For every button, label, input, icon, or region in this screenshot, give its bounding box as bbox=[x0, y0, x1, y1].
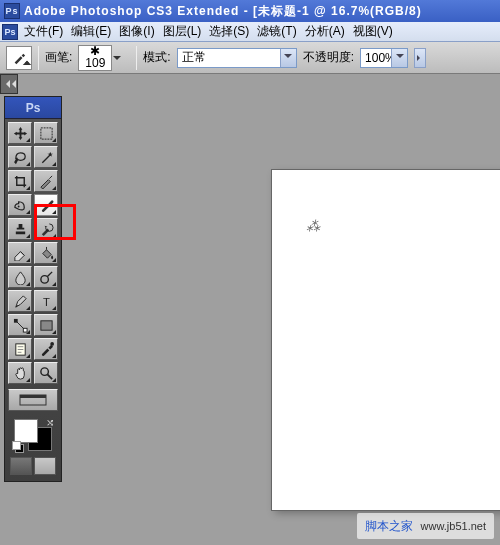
dodge-tool[interactable] bbox=[34, 266, 58, 288]
blur-tool[interactable] bbox=[8, 266, 32, 288]
divider bbox=[136, 46, 137, 70]
slice-tool[interactable] bbox=[34, 170, 58, 192]
zoom-tool[interactable] bbox=[34, 362, 58, 384]
menu-analysis[interactable]: 分析(A) bbox=[301, 21, 349, 42]
app-icon-small: Ps bbox=[2, 24, 18, 40]
divider bbox=[38, 46, 39, 70]
svg-rect-0 bbox=[40, 127, 51, 138]
svg-rect-7 bbox=[40, 320, 51, 329]
svg-point-1 bbox=[17, 205, 19, 207]
panel-collapse-tab[interactable] bbox=[0, 74, 18, 94]
menu-image[interactable]: 图像(I) bbox=[115, 21, 158, 42]
brush-size-value: 109 bbox=[85, 56, 105, 70]
svg-rect-12 bbox=[20, 395, 46, 398]
brush-shape-icon: ✱ bbox=[90, 46, 100, 56]
swap-colors-icon[interactable]: ⤭ bbox=[46, 417, 54, 428]
eyedropper-tool[interactable] bbox=[34, 338, 58, 360]
eraser-tool[interactable] bbox=[8, 242, 32, 264]
title-bar: Ps Adobe Photoshop CS3 Extended - [未标题-1… bbox=[0, 0, 500, 22]
tool-preset-picker[interactable] bbox=[6, 46, 32, 70]
brush-label: 画笔: bbox=[45, 49, 72, 66]
chevron-down-icon bbox=[280, 49, 296, 67]
svg-rect-5 bbox=[13, 318, 17, 322]
svg-point-9 bbox=[50, 342, 54, 346]
chevron-down-icon bbox=[391, 49, 407, 67]
history-brush-tool[interactable] bbox=[34, 218, 58, 240]
lasso-tool[interactable] bbox=[8, 146, 32, 168]
standard-mode-button[interactable] bbox=[10, 457, 32, 475]
crop-tool[interactable] bbox=[8, 170, 32, 192]
clone-stamp-tool[interactable] bbox=[8, 218, 32, 240]
svg-point-10 bbox=[40, 367, 48, 375]
menu-layer[interactable]: 图层(L) bbox=[159, 21, 206, 42]
brush-preset-picker[interactable]: ✱ 109 bbox=[78, 45, 112, 71]
foreground-color-swatch[interactable] bbox=[14, 419, 38, 443]
menu-file[interactable]: 文件(F) bbox=[20, 21, 67, 42]
healing-brush-tool[interactable] bbox=[8, 194, 32, 216]
magic-wand-tool[interactable] bbox=[34, 146, 58, 168]
hand-tool[interactable] bbox=[8, 362, 32, 384]
type-tool[interactable]: T bbox=[34, 290, 58, 312]
brush-tool[interactable] bbox=[34, 194, 58, 216]
color-swatches[interactable]: ⤭ bbox=[12, 417, 54, 453]
brush-cursor-icon: ⁂ bbox=[306, 218, 320, 234]
notes-tool[interactable] bbox=[8, 338, 32, 360]
watermark-text: 脚本之家 bbox=[365, 519, 413, 533]
rectangular-marquee-tool[interactable] bbox=[34, 122, 58, 144]
move-tool[interactable] bbox=[8, 122, 32, 144]
path-selection-tool[interactable] bbox=[8, 314, 32, 336]
document-canvas[interactable]: ⁂ bbox=[272, 170, 500, 510]
svg-point-3 bbox=[40, 275, 48, 283]
pen-tool[interactable] bbox=[8, 290, 32, 312]
menu-edit[interactable]: 编辑(E) bbox=[67, 21, 115, 42]
menu-select[interactable]: 选择(S) bbox=[205, 21, 253, 42]
rectangle-tool[interactable] bbox=[34, 314, 58, 336]
toolbox-header[interactable]: Ps bbox=[5, 97, 61, 119]
quickmask-mode-button[interactable] bbox=[34, 457, 56, 475]
menu-view[interactable]: 视图(V) bbox=[349, 21, 397, 42]
default-colors-icon[interactable] bbox=[12, 441, 24, 453]
svg-text:T: T bbox=[43, 296, 50, 308]
watermark-url: www.jb51.net bbox=[421, 520, 486, 532]
window-title: Adobe Photoshop CS3 Extended - [未标题-1 @ … bbox=[24, 3, 422, 20]
menu-bar: Ps 文件(F) 编辑(E) 图像(I) 图层(L) 选择(S) 滤镜(T) 分… bbox=[0, 22, 500, 42]
app-icon: Ps bbox=[4, 3, 20, 19]
opacity-input[interactable]: 100% bbox=[360, 48, 408, 68]
opacity-flyout-button[interactable] bbox=[414, 48, 426, 68]
screen-mode-button[interactable] bbox=[8, 389, 58, 411]
options-bar: 画笔: ✱ 109 模式: 正常 不透明度: 100% bbox=[0, 42, 500, 74]
blend-mode-value: 正常 bbox=[182, 49, 206, 66]
toolbox: Ps T ⤭ bbox=[4, 96, 62, 482]
mode-label: 模式: bbox=[143, 49, 170, 66]
paint-bucket-tool[interactable] bbox=[34, 242, 58, 264]
watermark: 脚本之家 www.jb51.net bbox=[357, 513, 494, 539]
menu-filter[interactable]: 滤镜(T) bbox=[253, 21, 300, 42]
blend-mode-dropdown[interactable]: 正常 bbox=[177, 48, 297, 68]
opacity-label: 不透明度: bbox=[303, 49, 354, 66]
